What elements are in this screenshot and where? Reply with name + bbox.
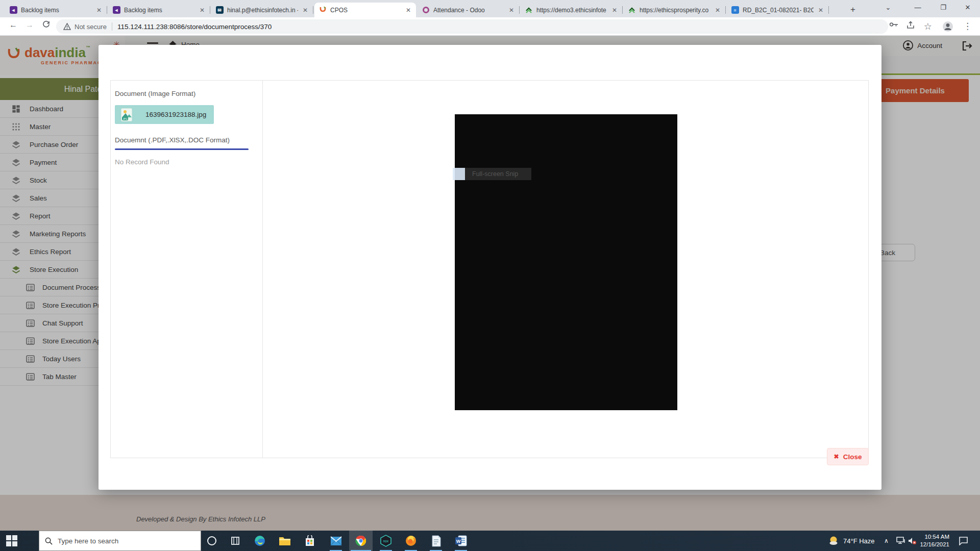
tab-close-icon[interactable]: ✕ bbox=[302, 7, 309, 14]
close-window-button[interactable]: ✕ bbox=[957, 0, 979, 16]
svg-text:nox: nox bbox=[383, 539, 389, 543]
edge-icon[interactable] bbox=[248, 531, 272, 551]
ethics-site-icon bbox=[525, 6, 533, 14]
azure-devops-icon: ◄ bbox=[112, 6, 120, 14]
modal-close-button[interactable]: ✖ Close bbox=[827, 448, 869, 465]
search-placeholder: Type here to search bbox=[58, 537, 118, 545]
ethics-site-icon bbox=[628, 6, 636, 14]
url-text[interactable]: 115.124.111.238:8086/store/documentproce… bbox=[117, 23, 272, 31]
microsoft-store-icon[interactable] bbox=[298, 531, 322, 551]
no-record-text: No Record Found bbox=[115, 158, 258, 166]
password-key-icon[interactable] bbox=[889, 21, 898, 30]
close-label: Close bbox=[843, 453, 862, 461]
divider bbox=[112, 22, 112, 31]
tab-title: hinal.p@ethicsinfotech.in - bbox=[227, 7, 298, 14]
tab-close-icon[interactable]: ✕ bbox=[714, 7, 721, 14]
tab-mail[interactable]: ✉ hinal.p@ethicsinfotech.in - ✕ bbox=[211, 3, 313, 17]
file-explorer-icon[interactable] bbox=[273, 531, 297, 551]
tab-close-icon[interactable]: ✕ bbox=[95, 7, 103, 14]
tab-backlog-2[interactable]: ◄ Backlog items ✕ bbox=[108, 3, 210, 17]
weather-haze-icon bbox=[828, 535, 839, 546]
file-name: 1639631923188.jpg bbox=[145, 111, 206, 118]
network-icon[interactable] bbox=[896, 531, 905, 551]
clock-date: 12/16/2021 bbox=[918, 541, 949, 548]
tab-title: Backlog items bbox=[21, 7, 92, 14]
snip-notepad-icon[interactable] bbox=[424, 531, 448, 551]
tray-expand-chevron[interactable]: ∧ bbox=[884, 531, 889, 551]
minimize-button[interactable]: — bbox=[906, 0, 929, 16]
tab-close-icon[interactable]: ✕ bbox=[817, 7, 824, 14]
document-preview-modal: Document (Image Format) JPG 163963192318… bbox=[99, 45, 881, 490]
address-bar[interactable]: Not secure 115.124.111.238:8086/store/do… bbox=[56, 19, 888, 34]
section-underline bbox=[115, 148, 249, 150]
fullscreen-snip-tooltip: Full-screen Snip bbox=[453, 168, 531, 180]
image-format-section-label: Document (Image Format) bbox=[115, 90, 258, 97]
odoo-icon bbox=[422, 6, 430, 14]
nox-player-icon[interactable]: nox bbox=[374, 531, 398, 551]
tab-cpos-active[interactable]: CPOS ✕ bbox=[314, 3, 416, 17]
restore-button[interactable]: ❐ bbox=[932, 0, 954, 16]
reload-icon[interactable] bbox=[40, 20, 52, 30]
tab-search-icon[interactable]: ⌄ bbox=[877, 0, 899, 16]
close-x-icon: ✖ bbox=[834, 453, 839, 460]
not-secure-warning-icon bbox=[63, 23, 71, 30]
snip-highlight bbox=[453, 168, 465, 180]
selected-image-file[interactable]: JPG 1639631923188.jpg bbox=[115, 105, 214, 124]
tab-title: Backlog items bbox=[124, 7, 195, 14]
profile-avatar[interactable] bbox=[942, 21, 953, 34]
forward-icon[interactable]: → bbox=[23, 20, 36, 30]
svg-text:W: W bbox=[456, 539, 461, 544]
doc-format-section-label: Docuemnt (.PDF,.XlSX,.DOC Format) bbox=[115, 136, 258, 144]
azure-devops-icon: ◄ bbox=[9, 6, 17, 14]
tab-word-doc[interactable]: ≡ RD_B2C_01-082021- B2C A ✕ bbox=[727, 3, 828, 17]
taskbar-clock[interactable]: 10:54 AM 12/16/2021 bbox=[918, 533, 949, 548]
document-list-panel: Document (Image Format) JPG 163963192318… bbox=[111, 81, 263, 458]
task-view-icon[interactable] bbox=[224, 531, 247, 551]
tab-close-icon[interactable]: ✕ bbox=[508, 7, 515, 14]
tab-close-icon[interactable]: ✕ bbox=[405, 7, 412, 14]
bookmark-star-icon[interactable]: ☆ bbox=[924, 21, 932, 32]
image-preview-panel: Full-screen Snip bbox=[263, 81, 868, 458]
weather-text: 74°F Haze bbox=[843, 537, 875, 545]
browser-tab-strip: ◄ Backlog items ✕ ◄ Backlog items ✕ ✉ hi… bbox=[0, 0, 980, 17]
weather-widget[interactable]: 74°F Haze bbox=[828, 531, 875, 551]
clock-time: 10:54 AM bbox=[918, 533, 949, 541]
share-icon[interactable] bbox=[906, 21, 915, 31]
new-tab-button[interactable]: + bbox=[846, 4, 860, 17]
tab-title: https://demo3.ethicsinfote bbox=[536, 7, 607, 14]
firefox-icon[interactable] bbox=[399, 531, 423, 551]
windows-taskbar: Type here to search nox bbox=[0, 531, 980, 551]
svg-text:JPG: JPG bbox=[123, 117, 128, 120]
action-center-icon[interactable] bbox=[959, 531, 968, 551]
snip-tooltip-text: Full-screen Snip bbox=[472, 170, 518, 178]
tab-title: CPOS bbox=[330, 7, 401, 14]
chrome-menu-icon[interactable]: ⋮ bbox=[963, 21, 972, 32]
word-icon[interactable]: W bbox=[449, 531, 473, 551]
security-label[interactable]: Not secure bbox=[75, 23, 107, 31]
chrome-icon[interactable] bbox=[349, 531, 373, 551]
tab-title: https://ethicsprosperity.co bbox=[640, 7, 710, 14]
modal-body: Document (Image Format) JPG 163963192318… bbox=[110, 80, 869, 458]
volume-muted-icon[interactable] bbox=[908, 531, 917, 551]
jpg-file-icon: JPG bbox=[121, 108, 132, 121]
mail-app-icon[interactable] bbox=[324, 531, 348, 551]
tab-close-icon[interactable]: ✕ bbox=[199, 7, 206, 14]
start-button-icon[interactable] bbox=[6, 535, 17, 546]
document-image-preview[interactable]: Full-screen Snip bbox=[455, 114, 677, 410]
cortana-icon[interactable] bbox=[200, 531, 224, 551]
taskbar-search[interactable]: Type here to search bbox=[39, 531, 201, 551]
tab-title: RD_B2C_01-082021- B2C A bbox=[743, 7, 814, 14]
tab-title: Attendance - Odoo bbox=[433, 7, 504, 14]
app-page: Home Account Store Execution Process dav… bbox=[0, 36, 980, 531]
tab-odoo[interactable]: Attendance - Odoo ✕ bbox=[418, 3, 519, 17]
tab-close-icon[interactable]: ✕ bbox=[611, 7, 618, 14]
tab-demo3[interactable]: https://demo3.ethicsinfote ✕ bbox=[521, 3, 622, 17]
browser-toolbar: ← → Not secure 115.124.111.238:8086/stor… bbox=[0, 17, 980, 36]
mail-icon: ✉ bbox=[215, 6, 224, 14]
search-icon bbox=[45, 537, 53, 545]
tab-ethicsprosperity[interactable]: https://ethicsprosperity.co ✕ bbox=[624, 3, 725, 17]
back-icon[interactable]: ← bbox=[7, 20, 19, 30]
word-doc-icon: ≡ bbox=[731, 6, 739, 14]
tab-backlog-1[interactable]: ◄ Backlog items ✕ bbox=[5, 3, 107, 17]
screen: ◄ Backlog items ✕ ◄ Backlog items ✕ ✉ hi… bbox=[0, 0, 980, 551]
